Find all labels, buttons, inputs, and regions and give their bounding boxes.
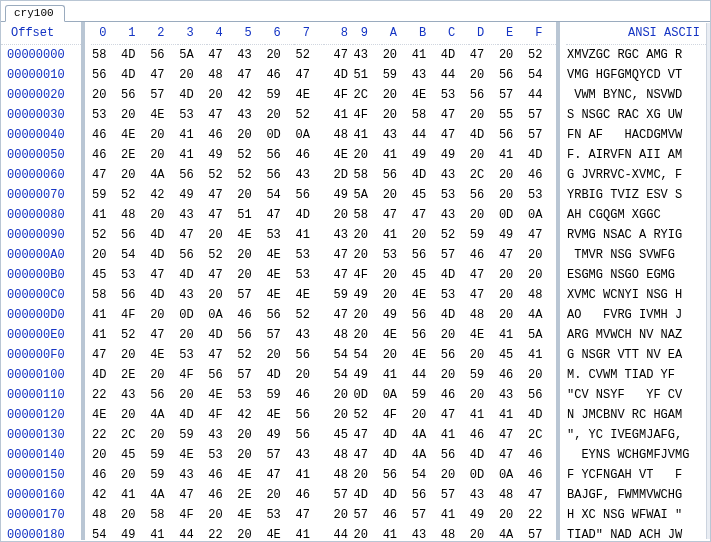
offset-cell[interactable]: 00000180 bbox=[1, 525, 81, 540]
hex-byte[interactable]: 56 bbox=[91, 65, 120, 85]
hex-byte[interactable]: 48 bbox=[91, 505, 120, 525]
offset-cell[interactable]: 000000D0 bbox=[1, 305, 81, 325]
hex-byte[interactable]: 49 bbox=[324, 185, 353, 205]
hex-byte[interactable]: 20 bbox=[178, 325, 207, 345]
hex-byte[interactable]: 52 bbox=[120, 185, 149, 205]
hex-byte[interactable]: 57 bbox=[353, 505, 382, 525]
hex-byte[interactable]: 45 bbox=[120, 445, 149, 465]
hex-byte[interactable]: 4D bbox=[149, 285, 178, 305]
hex-byte[interactable]: 4E bbox=[411, 345, 440, 365]
hex-byte[interactable]: 4D bbox=[382, 425, 411, 445]
hex-byte[interactable]: 20 bbox=[469, 65, 498, 85]
hex-byte[interactable]: 20 bbox=[236, 265, 265, 285]
hex-byte[interactable]: 44 bbox=[527, 85, 556, 105]
hex-byte[interactable]: 20 bbox=[120, 405, 149, 425]
hex-byte[interactable]: 41 bbox=[294, 225, 323, 245]
hex-byte[interactable]: 45 bbox=[91, 265, 120, 285]
hex-byte[interactable]: 20 bbox=[207, 505, 236, 525]
hex-byte[interactable]: 4D bbox=[382, 445, 411, 465]
hex-byte[interactable]: 44 bbox=[324, 525, 353, 540]
hex-byte[interactable]: 4E bbox=[236, 505, 265, 525]
hex-byte[interactable]: 4E bbox=[382, 325, 411, 345]
hex-byte[interactable]: 47 bbox=[207, 185, 236, 205]
hex-byte[interactable]: 52 bbox=[294, 105, 323, 125]
hex-byte[interactable]: 41 bbox=[440, 425, 469, 445]
hex-byte[interactable]: 22 bbox=[207, 525, 236, 540]
hex-byte[interactable]: 46 bbox=[91, 145, 120, 165]
hex-byte[interactable]: 47 bbox=[265, 205, 294, 225]
hex-byte[interactable]: 59 bbox=[91, 185, 120, 205]
hex-byte[interactable]: 4A bbox=[527, 305, 556, 325]
hex-byte[interactable]: 41 bbox=[294, 525, 323, 540]
ascii-cell[interactable]: H XC NSG WFWAI " bbox=[566, 505, 710, 525]
hex-byte[interactable]: 4E bbox=[265, 525, 294, 540]
ascii-cell[interactable]: "CV NSYF YF CV bbox=[566, 385, 710, 405]
hex-byte[interactable]: 20 bbox=[353, 225, 382, 245]
hex-byte[interactable]: 56 bbox=[294, 345, 323, 365]
hex-byte[interactable]: 20 bbox=[411, 405, 440, 425]
hex-byte[interactable]: 0A bbox=[294, 125, 323, 145]
offset-cell[interactable]: 00000020 bbox=[1, 85, 81, 105]
offset-cell[interactable]: 00000060 bbox=[1, 165, 81, 185]
ascii-cell[interactable]: XMVZGC RGC AMG R bbox=[566, 45, 710, 66]
hex-byte[interactable]: 52 bbox=[440, 225, 469, 245]
hex-byte[interactable]: 45 bbox=[411, 265, 440, 285]
hex-byte[interactable]: 4D bbox=[440, 305, 469, 325]
offset-cell[interactable]: 000000B0 bbox=[1, 265, 81, 285]
hex-byte[interactable]: 20 bbox=[265, 45, 294, 66]
hex-byte[interactable]: 4D bbox=[527, 405, 556, 425]
hex-byte[interactable]: 4D bbox=[411, 165, 440, 185]
hex-byte[interactable]: 0A bbox=[498, 465, 527, 485]
hex-byte[interactable]: 57 bbox=[324, 485, 353, 505]
hex-byte[interactable]: 4D bbox=[294, 205, 323, 225]
hex-byte[interactable]: 4F bbox=[178, 365, 207, 385]
hex-byte[interactable]: 4D bbox=[178, 85, 207, 105]
hex-byte[interactable]: 54 bbox=[324, 345, 353, 365]
hex-byte[interactable]: 54 bbox=[265, 185, 294, 205]
hex-byte[interactable]: 47 bbox=[469, 45, 498, 66]
hex-byte[interactable]: 47 bbox=[527, 485, 556, 505]
hex-byte[interactable]: 20 bbox=[469, 385, 498, 405]
hex-byte[interactable]: 46 bbox=[236, 305, 265, 325]
hex-byte[interactable]: 20 bbox=[498, 265, 527, 285]
hex-byte[interactable]: 4F bbox=[353, 265, 382, 285]
offset-cell[interactable]: 00000030 bbox=[1, 105, 81, 125]
hex-byte[interactable]: 20 bbox=[149, 305, 178, 325]
hex-byte[interactable]: 4E bbox=[149, 105, 178, 125]
hex-byte[interactable]: 48 bbox=[207, 65, 236, 85]
hex-byte[interactable]: 4D bbox=[382, 485, 411, 505]
hex-byte[interactable]: 52 bbox=[294, 305, 323, 325]
hex-byte[interactable]: 53 bbox=[440, 85, 469, 105]
hex-byte[interactable]: 20 bbox=[469, 145, 498, 165]
hex-byte[interactable]: 4E bbox=[265, 405, 294, 425]
hex-byte[interactable]: 5A bbox=[527, 325, 556, 345]
hex-byte[interactable]: 20 bbox=[353, 465, 382, 485]
hex-byte[interactable]: 4E bbox=[120, 125, 149, 145]
hex-byte[interactable]: 20 bbox=[120, 165, 149, 185]
hex-byte[interactable]: 20 bbox=[265, 105, 294, 125]
hex-byte[interactable]: 47 bbox=[294, 65, 323, 85]
hex-byte[interactable]: 20 bbox=[353, 145, 382, 165]
hex-byte[interactable]: 48 bbox=[324, 125, 353, 145]
hex-byte[interactable]: 45 bbox=[498, 345, 527, 365]
hex-byte[interactable]: 52 bbox=[91, 225, 120, 245]
hex-byte[interactable]: 22 bbox=[91, 385, 120, 405]
hex-byte[interactable]: 20 bbox=[149, 365, 178, 385]
hex-byte[interactable]: 43 bbox=[294, 165, 323, 185]
hex-view[interactable]: Offset 000000000000001000000020000000300… bbox=[1, 22, 710, 540]
offset-cell[interactable]: 000000C0 bbox=[1, 285, 81, 305]
hex-byte[interactable]: 56 bbox=[527, 385, 556, 405]
hex-byte[interactable]: 41 bbox=[440, 505, 469, 525]
hex-byte[interactable]: 49 bbox=[382, 305, 411, 325]
hex-byte[interactable]: 20 bbox=[236, 445, 265, 465]
hex-byte[interactable]: 4F bbox=[207, 405, 236, 425]
hex-byte[interactable]: 48 bbox=[498, 485, 527, 505]
hex-byte[interactable]: 43 bbox=[120, 385, 149, 405]
hex-byte[interactable]: 47 bbox=[440, 125, 469, 145]
hex-byte[interactable]: 20 bbox=[265, 485, 294, 505]
hex-byte[interactable]: 52 bbox=[236, 345, 265, 365]
hex-byte[interactable]: 41 bbox=[382, 145, 411, 165]
hex-byte[interactable]: 46 bbox=[91, 465, 120, 485]
hex-byte[interactable]: 47 bbox=[498, 245, 527, 265]
hex-byte[interactable]: 41 bbox=[91, 305, 120, 325]
